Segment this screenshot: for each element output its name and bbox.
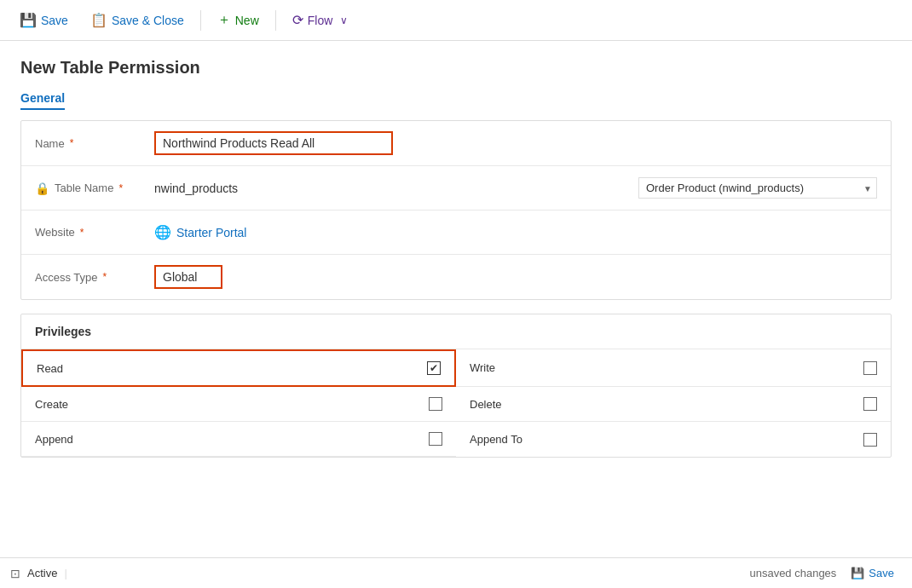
- save-close-button[interactable]: 📋 Save & Close: [81, 7, 193, 33]
- table-name-row: 🔒 Table Name * nwind_products Order Prod…: [21, 166, 891, 210]
- website-required: *: [80, 227, 84, 239]
- access-type-value: Global: [154, 265, 877, 289]
- flow-icon: ⟳: [292, 12, 303, 28]
- globe-icon: 🌐: [154, 224, 171, 240]
- website-text: Starter Portal: [176, 226, 246, 239]
- access-type-label: Access Type *: [35, 271, 154, 284]
- table-dropdown-wrapper: Order Product (nwind_products) ▼: [638, 177, 877, 199]
- access-type-row: Access Type * Global: [21, 255, 891, 299]
- website-value: 🌐 Starter Portal: [154, 224, 877, 240]
- name-value: Northwind Products Read All: [154, 131, 877, 155]
- website-link[interactable]: 🌐 Starter Portal: [154, 224, 246, 240]
- save-close-label: Save & Close: [112, 14, 184, 27]
- privilege-write-checkbox[interactable]: [863, 361, 877, 375]
- status-save-label: Save: [869, 567, 894, 579]
- privilege-create-row: Create: [21, 387, 456, 422]
- table-name-dropdown[interactable]: Order Product (nwind_products): [638, 177, 877, 199]
- table-name-value-container: nwind_products Order Product (nwind_prod…: [154, 177, 877, 199]
- privilege-write-row: Write: [456, 349, 891, 387]
- new-button[interactable]: ＋ New: [208, 6, 268, 34]
- name-required: *: [70, 137, 74, 149]
- privilege-delete-checkbox[interactable]: [863, 397, 877, 411]
- status-bar: ⊡ Active | unsaved changes 💾 Save: [0, 557, 912, 588]
- expand-icon[interactable]: ⊡: [10, 567, 20, 580]
- privilege-appendto-row: Append To: [456, 422, 891, 457]
- name-label: Name *: [35, 137, 154, 150]
- website-row: Website * 🌐 Starter Portal: [21, 210, 891, 255]
- toolbar: 💾 Save 📋 Save & Close ＋ New ⟳ Flow ∨: [0, 0, 912, 41]
- save-label: Save: [41, 14, 68, 27]
- name-row: Name * Northwind Products Read All: [21, 121, 891, 166]
- save-close-icon: 📋: [90, 12, 107, 28]
- privilege-read-checkbox[interactable]: ✔: [427, 361, 441, 375]
- table-name-text: nwind_products: [154, 182, 238, 195]
- privilege-appendto-checkbox[interactable]: [863, 433, 877, 447]
- save-icon: 💾: [20, 12, 37, 28]
- privileges-header: Privileges: [21, 314, 891, 349]
- access-type-input[interactable]: Global: [154, 265, 222, 289]
- unsaved-label: unsaved changes: [749, 567, 836, 579]
- privilege-read-label: Read: [37, 362, 417, 375]
- status-separator: |: [64, 567, 66, 579]
- main-content: New Table Permission General Name * Nort…: [0, 41, 912, 557]
- toolbar-separator-1: [200, 10, 201, 31]
- lock-icon: 🔒: [35, 182, 49, 195]
- privilege-append-row: Append: [21, 422, 456, 457]
- privilege-append-checkbox[interactable]: [429, 432, 442, 446]
- status-right: unsaved changes 💾 Save: [749, 563, 902, 583]
- privilege-delete-row: Delete: [456, 387, 891, 422]
- flow-button[interactable]: ⟳ Flow: [283, 7, 343, 33]
- privilege-appendto-label: Append To: [470, 433, 853, 446]
- table-name-label: 🔒 Table Name *: [35, 182, 154, 195]
- save-button[interactable]: 💾 Save: [10, 7, 78, 33]
- privileges-grid: Read ✔ Write Create Delete Append: [21, 349, 891, 457]
- table-name-dropdown-container: Order Product (nwind_products) ▼: [638, 177, 877, 199]
- table-name-required: *: [118, 182, 123, 194]
- page-title: New Table Permission: [20, 58, 892, 78]
- privilege-write-label: Write: [470, 361, 853, 374]
- flow-dropdown-arrow[interactable]: ∨: [340, 14, 348, 26]
- privilege-append-label: Append: [35, 433, 418, 446]
- status-save-button[interactable]: 💾 Save: [843, 563, 902, 583]
- status-label: Active: [27, 567, 57, 579]
- privileges-card: Privileges Read ✔ Write Create Delete: [20, 314, 892, 458]
- general-form-card: Name * Northwind Products Read All 🔒 Tab…: [20, 120, 892, 300]
- privilege-delete-label: Delete: [470, 398, 853, 411]
- privilege-create-checkbox[interactable]: [429, 397, 442, 411]
- new-icon: ＋: [217, 11, 231, 29]
- privilege-read-row: Read ✔: [21, 349, 456, 387]
- privilege-create-label: Create: [35, 398, 418, 411]
- section-heading-general: General: [20, 91, 65, 110]
- website-label: Website *: [35, 226, 154, 239]
- name-input[interactable]: Northwind Products Read All: [154, 131, 393, 155]
- access-type-required: *: [102, 271, 107, 283]
- checkmark-icon: ✔: [430, 362, 438, 374]
- status-save-icon: 💾: [851, 567, 864, 579]
- new-label: New: [235, 14, 259, 27]
- status-left: ⊡ Active |: [10, 567, 67, 580]
- toolbar-separator-2: [275, 10, 276, 31]
- flow-label: Flow: [308, 14, 333, 27]
